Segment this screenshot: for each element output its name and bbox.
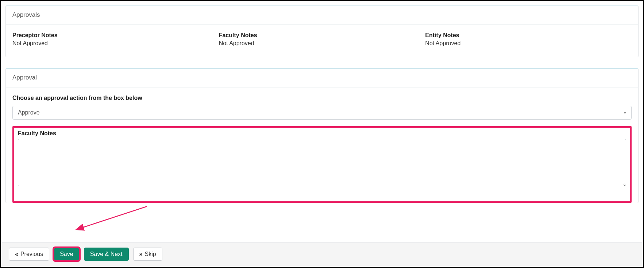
save-button-label: Save — [60, 251, 73, 257]
approval-instruction: Choose an approval action from the box b… — [12, 95, 632, 101]
entity-notes-value: Not Approved — [425, 40, 632, 47]
chevrons-left-icon: « — [15, 251, 18, 257]
faculty-notes-input-label: Faculty Notes — [18, 130, 626, 137]
approval-action-selected: Approve — [18, 109, 40, 116]
save-button[interactable]: Save — [54, 248, 79, 261]
faculty-notes-label: Faculty Notes — [219, 32, 425, 39]
chevrons-right-icon: » — [139, 251, 143, 257]
approval-panel-title: Approval — [6, 69, 638, 88]
entity-notes-label: Entity Notes — [425, 32, 632, 39]
previous-button-label: Previous — [20, 251, 43, 257]
approval-panel: Approval Choose an approval action from … — [5, 68, 639, 203]
faculty-notes-value: Not Approved — [219, 40, 425, 47]
previous-button[interactable]: « Previous — [9, 248, 49, 261]
annotation-arrow — [70, 203, 162, 238]
approval-action-select[interactable]: Approve ▾ — [12, 106, 632, 120]
caret-down-icon: ▾ — [624, 110, 626, 115]
skip-button[interactable]: » Skip — [133, 248, 162, 261]
faculty-notes-textarea[interactable] — [18, 139, 626, 186]
faculty-notes-column: Faculty Notes Not Approved — [219, 32, 425, 47]
approvals-notes-row: Preceptor Notes Not Approved Faculty Not… — [12, 32, 632, 47]
faculty-notes-highlight: Faculty Notes — [12, 126, 632, 203]
approvals-panel: Approvals Preceptor Notes Not Approved F… — [5, 5, 639, 57]
save-next-button[interactable]: Save & Next — [84, 248, 129, 261]
skip-button-label: Skip — [144, 251, 156, 257]
svg-line-1 — [76, 206, 147, 230]
footer-bar: « Previous Save Save & Next » Skip — [2, 242, 642, 266]
preceptor-notes-column: Preceptor Notes Not Approved — [12, 32, 219, 47]
preceptor-notes-value: Not Approved — [12, 40, 219, 47]
preceptor-notes-label: Preceptor Notes — [12, 32, 219, 39]
save-next-button-label: Save & Next — [90, 251, 123, 257]
approvals-panel-title: Approvals — [6, 6, 638, 25]
entity-notes-column: Entity Notes Not Approved — [425, 32, 632, 47]
